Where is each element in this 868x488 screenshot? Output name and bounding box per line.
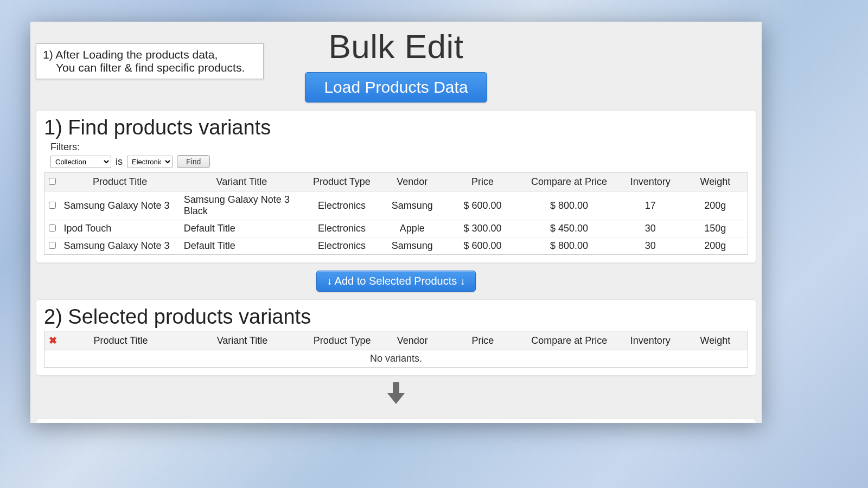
load-products-button[interactable]: Load Products Data xyxy=(305,72,487,102)
cell-product-title: Samsung Galaxy Note 3 xyxy=(60,237,179,255)
col-product-type: Product Type xyxy=(304,331,380,350)
col-variant-title: Variant Title xyxy=(180,173,304,191)
empty-row: No variants. xyxy=(44,350,748,368)
cell-product-title: Ipod Touch xyxy=(60,220,179,237)
cell-variant-title: Default Title xyxy=(180,220,304,237)
cell-inventory: 30 xyxy=(618,237,683,255)
cell-compare: $ 450.00 xyxy=(520,220,618,237)
cell-compare: $ 800.00 xyxy=(520,191,618,220)
hint-line1: 1) After Loading the products data, xyxy=(43,48,218,61)
section2-heading: 2) Selected products variants xyxy=(44,305,748,329)
table-row: Samsung Galaxy Note 3 Default Title Elec… xyxy=(44,237,748,255)
filters-label: Filters: xyxy=(50,142,748,153)
col-weight: Weight xyxy=(683,173,748,191)
cell-price: $ 300.00 xyxy=(445,220,521,237)
col-vendor: Vendor xyxy=(380,331,445,350)
cell-vendor: Samsung xyxy=(380,191,445,220)
table-header-row: Product Title Variant Title Product Type… xyxy=(44,173,748,191)
select-all-checkbox[interactable] xyxy=(49,178,56,185)
col-vendor: Vendor xyxy=(380,173,445,191)
cell-variant-title: Default Title xyxy=(180,237,304,255)
filter-row: Collection is Electronics Find xyxy=(50,155,748,168)
col-product-type: Product Type xyxy=(304,173,380,191)
cell-product-type: Electronics xyxy=(304,191,380,220)
hint-callout: 1) After Loading the products data, You … xyxy=(36,43,264,79)
row-checkbox[interactable] xyxy=(49,242,56,249)
app-frame: 1) After Loading the products data, You … xyxy=(30,22,762,423)
cell-weight: 150g xyxy=(683,220,748,237)
cell-product-title: Samsung Galaxy Note 3 xyxy=(60,191,179,220)
col-variant-title: Variant Title xyxy=(180,331,304,350)
col-weight: Weight xyxy=(683,331,748,350)
table-row: Samsung Galaxy Note 3 Samsung Galaxy Not… xyxy=(44,191,748,220)
cell-weight: 200g xyxy=(683,191,748,220)
filter-is-label: is xyxy=(116,156,123,168)
cell-product-type: Electronics xyxy=(304,220,380,237)
col-price: Price xyxy=(445,331,520,350)
cell-product-type: Electronics xyxy=(304,237,380,255)
table-row: Ipod Touch Default Title Electronics App… xyxy=(44,220,748,237)
cell-inventory: 30 xyxy=(618,220,683,237)
arrow-down-icon xyxy=(30,381,762,411)
table-header-row: ✖ Product Title Variant Title Product Ty… xyxy=(44,331,748,350)
modifications-panel: 3) Modifications xyxy=(36,419,756,423)
find-button[interactable]: Find xyxy=(177,155,210,168)
cell-vendor: Samsung xyxy=(380,237,445,255)
section1-heading: 1) Find products variants xyxy=(44,116,748,139)
col-inventory: Inventory xyxy=(618,173,683,191)
filter-value-select[interactable]: Electronics xyxy=(127,156,173,168)
col-compare: Compare at Price xyxy=(520,173,618,191)
row-checkbox[interactable] xyxy=(49,224,56,232)
variants-table: Product Title Variant Title Product Type… xyxy=(44,172,748,255)
col-remove: ✖ xyxy=(44,331,62,350)
col-price: Price xyxy=(445,173,521,191)
cell-price: $ 600.00 xyxy=(445,191,521,220)
cell-variant-title: Samsung Galaxy Note 3 Black xyxy=(180,191,304,220)
cell-compare: $ 800.00 xyxy=(520,237,618,255)
find-variants-panel: 1) Find products variants Filters: Colle… xyxy=(36,110,756,263)
cell-weight: 200g xyxy=(683,237,748,255)
selected-table: ✖ Product Title Variant Title Product Ty… xyxy=(44,331,748,368)
filter-field-select[interactable]: Collection xyxy=(50,156,111,168)
col-product-title: Product Title xyxy=(61,331,180,350)
cell-inventory: 17 xyxy=(618,191,683,220)
col-selectall[interactable] xyxy=(44,173,61,191)
col-compare: Compare at Price xyxy=(521,331,618,350)
row-checkbox[interactable] xyxy=(49,202,56,209)
add-to-selected-button[interactable]: ↓ Add to Selected Products ↓ xyxy=(316,271,476,292)
hint-line2: You can filter & find specific products. xyxy=(43,61,258,74)
col-product-title: Product Title xyxy=(60,173,179,191)
col-inventory: Inventory xyxy=(618,331,683,350)
selected-variants-panel: 2) Selected products variants ✖ Product … xyxy=(36,299,756,376)
cell-vendor: Apple xyxy=(380,220,445,237)
remove-icon[interactable]: ✖ xyxy=(49,335,57,346)
empty-message: No variants. xyxy=(44,350,748,368)
cell-price: $ 600.00 xyxy=(445,237,521,255)
